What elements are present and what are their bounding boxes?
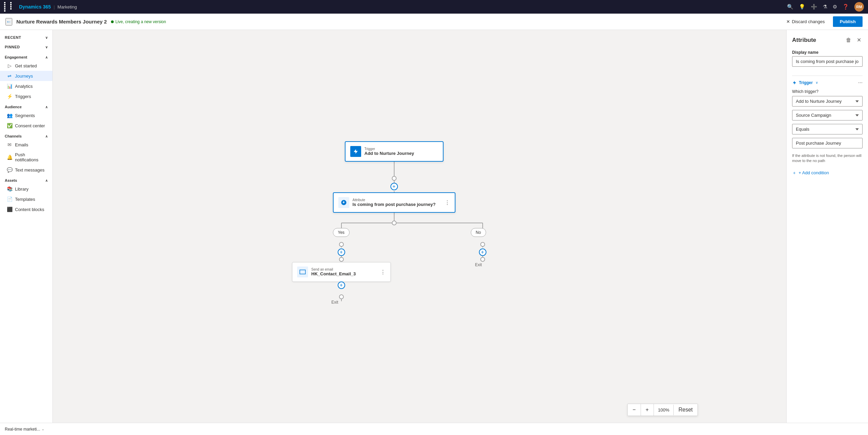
yes-connector-circle-2	[339, 257, 344, 262]
email-node-more-icon[interactable]: ⋮	[380, 269, 386, 275]
library-icon: 📚	[7, 186, 12, 192]
attribute-node[interactable]: Attribute Is coming from post purchase j…	[333, 192, 455, 213]
zoom-in-button[interactable]: +	[641, 404, 654, 416]
sidebar-item-segments[interactable]: 👥 Segments	[0, 110, 52, 120]
discard-button[interactable]: ✕ Discard changes	[782, 17, 829, 26]
add-step-yes-button-2[interactable]: +	[338, 281, 345, 289]
pinned-label: Pinned	[5, 45, 20, 49]
settings-icon[interactable]: ⚙	[833, 4, 837, 10]
which-trigger-label: Which trigger?	[792, 89, 863, 94]
no-connector-circle	[480, 242, 485, 247]
templates-label: Templates	[15, 197, 35, 202]
trigger-node[interactable]: Trigger Add to Nurture Journey	[345, 141, 444, 162]
sidebar-item-consent-center[interactable]: ✅ Consent center	[0, 120, 52, 131]
sidebar-item-emails[interactable]: ✉ Emails	[0, 140, 52, 150]
discard-label: Discard changes	[792, 19, 825, 24]
audience-chevron-icon: ∧	[45, 105, 48, 109]
zoom-reset-button[interactable]: Reset	[674, 404, 697, 416]
no-label: No	[476, 230, 481, 235]
engagement-section-header[interactable]: Engagement ∧	[0, 52, 52, 61]
sidebar-item-library[interactable]: 📚 Library	[0, 184, 52, 194]
lightbulb-icon[interactable]: 💡	[799, 4, 805, 10]
text-messages-label: Text messages	[15, 167, 45, 173]
source-campaign-dropdown[interactable]: Source Campaign	[792, 110, 863, 120]
attribute-node-text: Attribute Is coming from post purchase j…	[353, 198, 436, 207]
second-bar: ← Nurture Rewards Members Journey 2 Live…	[0, 14, 868, 30]
back-button[interactable]: ←	[5, 18, 12, 26]
yes-exit-circle	[339, 294, 344, 299]
main-layout: Recent ∨ Pinned ∨ Engagement ∧ ▷ Get sta…	[0, 30, 868, 423]
post-purchase-input[interactable]	[792, 138, 863, 148]
assets-chevron-icon: ∧	[45, 179, 48, 182]
no-exit-label: Exit	[475, 262, 482, 267]
trigger-chevron-icon: ∨	[816, 81, 818, 84]
panel-delete-button[interactable]: 🗑	[845, 36, 853, 45]
sidebar-item-templates[interactable]: 📄 Templates	[0, 194, 52, 204]
audience-section-header[interactable]: Audience ∧	[0, 101, 52, 110]
sidebar-item-journeys[interactable]: ⇌ Journeys	[0, 71, 52, 81]
right-panel-title: Attribute	[792, 37, 816, 44]
email-node-label-small: Send an email	[311, 268, 356, 271]
sidebar-item-get-started[interactable]: ▷ Get started	[0, 61, 52, 71]
channels-label: Channels	[5, 134, 22, 138]
journeys-label: Journeys	[15, 74, 33, 79]
add-condition-button[interactable]: ＋ + Add condition	[792, 168, 829, 177]
equals-dropdown[interactable]: Equals	[792, 124, 863, 134]
trigger-node-label-small: Trigger	[365, 147, 414, 151]
bottom-bar-chevron-icon: ⌄	[42, 427, 44, 431]
trigger-node-text: Trigger Add to Nurture Journey	[365, 147, 414, 156]
waffle-icon[interactable]	[4, 2, 16, 12]
trigger-section-header: Trigger ∨ ⋯	[792, 80, 863, 85]
sidebar-item-push-notifications[interactable]: 🔔 Push notifications	[0, 150, 52, 165]
display-name-input[interactable]	[792, 56, 863, 67]
email-node-label: HK_Contact_Email_3	[311, 271, 356, 276]
sidebar-item-analytics[interactable]: 📊 Analytics	[0, 81, 52, 91]
user-avatar[interactable]: RM	[854, 2, 864, 12]
discard-x-icon: ✕	[786, 19, 790, 24]
assets-section-header[interactable]: Assets ∧	[0, 175, 52, 184]
bottom-bar-label: Real-time marketi...	[5, 427, 40, 432]
status-dot	[111, 20, 114, 23]
library-label: Library	[15, 187, 29, 192]
search-icon[interactable]: 🔍	[787, 4, 793, 10]
sidebar-recent-toggle[interactable]: Recent ∨	[0, 33, 52, 42]
plus-icon[interactable]: ➕	[811, 4, 817, 10]
panel-divider	[792, 76, 863, 76]
attribute-node-icon	[338, 197, 349, 208]
triggers-icon: ⚡	[7, 94, 12, 99]
dynamics-logo: Dynamics 365	[19, 4, 51, 10]
zoom-out-button[interactable]: −	[628, 404, 641, 416]
emails-icon: ✉	[7, 142, 12, 147]
email-node-text: Send an email HK_Contact_Email_3	[311, 268, 356, 276]
trigger-dropdown[interactable]: Add to Nurture Journey	[792, 96, 863, 107]
panel-close-button[interactable]: ✕	[855, 35, 863, 45]
filter-icon[interactable]: ⚗	[823, 4, 827, 10]
recent-label: Recent	[5, 35, 21, 39]
sidebar: Recent ∨ Pinned ∨ Engagement ∧ ▷ Get sta…	[0, 30, 53, 423]
add-step-yes-button[interactable]: +	[338, 248, 345, 256]
sidebar-item-content-blocks[interactable]: ⬛ Content blocks	[0, 204, 52, 214]
trigger-more-icon[interactable]: ⋯	[858, 80, 863, 85]
help-icon[interactable]: ❓	[842, 4, 849, 10]
sidebar-pinned-toggle[interactable]: Pinned ∨	[0, 42, 52, 52]
bottom-bar: Real-time marketi... ⌄	[0, 423, 868, 435]
recent-chevron-icon: ∨	[45, 36, 48, 39]
add-step-button-1[interactable]: +	[390, 183, 398, 190]
add-step-no-button[interactable]: +	[479, 248, 486, 256]
yes-connector-circle	[339, 242, 344, 247]
right-panel-actions: 🗑 ✕	[845, 35, 863, 45]
channels-section-header[interactable]: Channels ∧	[0, 131, 52, 140]
segments-label: Segments	[15, 113, 35, 118]
content-blocks-icon: ⬛	[7, 207, 12, 212]
assets-label: Assets	[5, 178, 17, 182]
email-node[interactable]: Send an email HK_Contact_Email_3 ⋮	[292, 262, 391, 282]
top-nav-icons: 🔍 💡 ➕ ⚗ ⚙ ❓ RM	[787, 2, 864, 12]
attribute-node-more-icon[interactable]: ⋮	[445, 199, 450, 206]
journey-title: Nurture Rewards Members Journey 2	[16, 19, 107, 25]
publish-button[interactable]: Publish	[833, 16, 863, 27]
analytics-icon: 📊	[7, 83, 12, 89]
journeys-icon: ⇌	[7, 73, 12, 79]
sidebar-item-triggers[interactable]: ⚡ Triggers	[0, 91, 52, 101]
sidebar-item-text-messages[interactable]: 💬 Text messages	[0, 165, 52, 175]
triggers-label: Triggers	[15, 94, 31, 99]
